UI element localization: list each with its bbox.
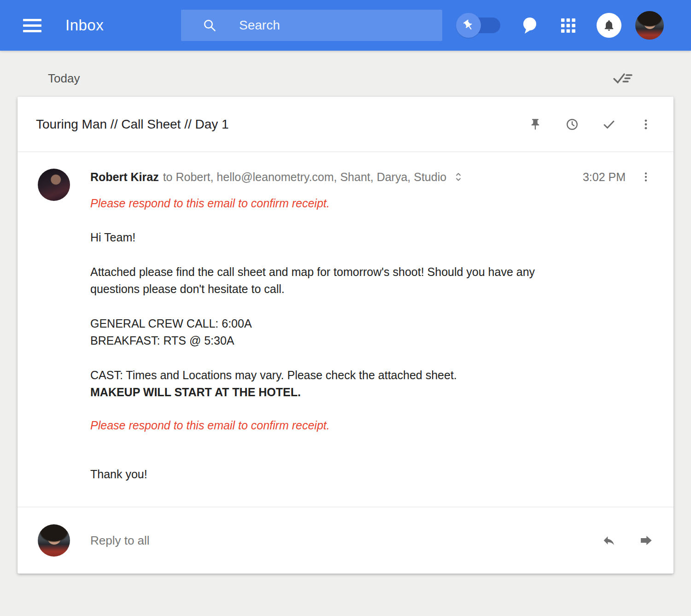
email-body: Hi Team! Attached please find the call s… [90, 229, 556, 401]
message-timestamp: 3:02 PM [583, 170, 637, 184]
body-closing: Thank you! [90, 466, 556, 483]
overflow-menu-icon[interactable] [637, 115, 655, 134]
user-avatar [38, 524, 70, 557]
reply-placeholder: Reply to all [90, 534, 150, 548]
notifications-button[interactable] [597, 13, 621, 38]
message-meta-row: Robert Kiraz to Robert, hello@leanometry… [90, 168, 655, 186]
message-overflow-icon[interactable] [637, 168, 655, 186]
body-paragraph: Attached please find the call sheet and … [90, 264, 556, 298]
body-cast: CAST: Times and Locations may vary. Plea… [90, 369, 457, 381]
sweep-done-icon[interactable] [610, 67, 636, 89]
body-greeting: Hi Team! [90, 229, 556, 246]
chat-bubble-icon[interactable] [520, 15, 540, 35]
reply-to-all-field[interactable]: Reply to all [18, 507, 673, 574]
body-schedule-block: GENERAL CREW CALL: 6:00A BREAKFAST: RTS … [90, 315, 556, 349]
hamburger-menu-icon[interactable] [23, 19, 41, 32]
body-cast-block: CAST: Times and Locations may vary. Plea… [90, 367, 556, 401]
expand-recipients-icon[interactable] [454, 171, 463, 182]
body-breakfast: BREAKFAST: RTS @ 5:30A [90, 334, 234, 347]
search-bar[interactable] [181, 10, 442, 41]
pushpin-icon [460, 17, 477, 34]
recipients-list: to Robert, hello@leanometry.com, Shant, … [163, 170, 447, 184]
search-input[interactable] [238, 18, 422, 33]
sender-name: Robert Kiraz [90, 170, 159, 184]
account-avatar[interactable] [635, 11, 664, 40]
mark-done-check-icon[interactable] [600, 115, 618, 134]
body-crew-call: GENERAL CREW CALL: 6:00A [90, 317, 252, 330]
forward-arrow-icon[interactable] [637, 531, 655, 550]
email-header-row[interactable]: Touring Man // Call Sheet // Day 1 [18, 97, 673, 152]
reply-arrow-icon[interactable] [600, 531, 618, 550]
email-subject: Touring Man // Call Sheet // Day 1 [36, 117, 526, 132]
search-icon [202, 18, 217, 33]
sender-avatar[interactable] [38, 169, 70, 201]
pin-toggle-knob [456, 13, 481, 38]
apps-grid-icon[interactable] [558, 15, 578, 35]
email-body-closing: Thank you! [90, 466, 556, 483]
confirm-receipt-note: Please respond to this email to confirm … [90, 196, 655, 211]
pin-toggle[interactable] [456, 13, 503, 38]
page-title: Inbox [65, 0, 104, 51]
snooze-clock-icon[interactable] [563, 115, 581, 134]
confirm-receipt-note-2: Please respond to this email to confirm … [90, 418, 655, 433]
body-makeup: MAKEUP WILL START AT THE HOTEL. [90, 386, 301, 399]
pin-icon[interactable] [526, 115, 545, 134]
top-app-bar: Inbox [0, 0, 691, 51]
section-label-today: Today [48, 71, 80, 86]
message-body-section: Robert Kiraz to Robert, hello@leanometry… [18, 152, 673, 507]
bell-icon [603, 19, 615, 32]
email-card: Touring Man // Call Sheet // Day 1 [18, 97, 673, 574]
